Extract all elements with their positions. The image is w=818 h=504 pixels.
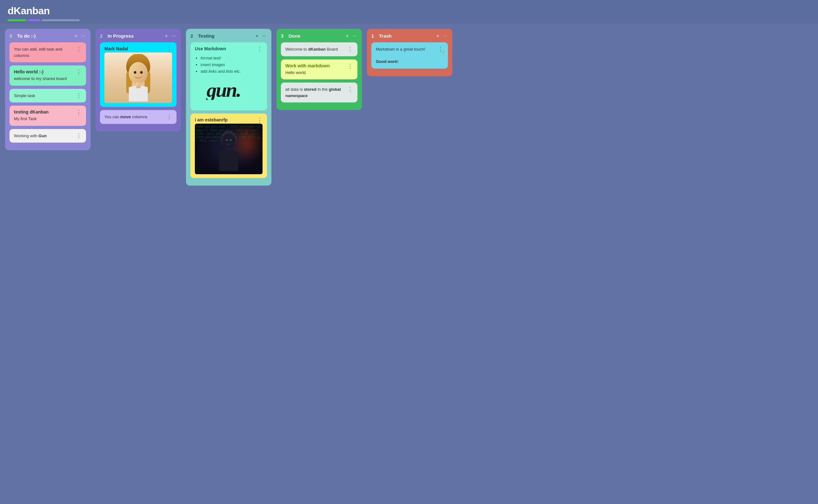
gun-logo: gun. [195,78,262,103]
app-title: dKanban [8,5,810,17]
card-todo-4-header: testing dKanban My first Task ⋮ [14,109,82,122]
svg-point-9 [222,133,236,149]
column-inprogress-count: 2 [100,33,106,39]
card-todo-3-body: Simple task [14,93,35,99]
card-ip-2-menu-button[interactable]: ⋮ [166,114,172,120]
card-done-3-header: all data is stored in the global namespa… [285,86,353,99]
column-testing-title: Testing [198,33,253,39]
svg-point-10 [226,139,228,141]
column-inprogress-menu-button[interactable]: ··· [171,34,176,39]
card-todo-4-menu-button[interactable]: ⋮ [76,109,82,115]
card-done-2: Work with markdown Hello world ⋮ [281,59,357,80]
card-test-1-list-item-2: insert images [200,62,262,68]
card-ip-2: You can move columns ⋮ [100,110,176,124]
card-todo-2-menu-button[interactable]: ⋮ [76,69,82,75]
column-done-menu-button[interactable]: ··· [352,34,357,39]
column-done-header: 3 Done + ··· [281,33,357,39]
column-todo-count: 5 [9,33,15,39]
card-test-1-list-item-3: add links and lists etc. [200,68,262,75]
card-ip-1-menu-button[interactable]: ⋮ [166,46,172,52]
column-done-add-button[interactable]: + [345,34,349,39]
column-inprogress-title: In Progress [108,33,162,39]
card-test-1-title: Use Markdown [195,46,257,51]
card-ip-1-title: Mark Nadal [104,46,166,51]
card-test-1-list: format text! insert images add links and… [195,55,262,75]
svg-text:gun.: gun. [206,79,240,100]
progress-green [8,19,27,21]
card-todo-3-menu-button[interactable]: ⋮ [76,93,82,98]
card-todo-4-title: testing dKanban [14,109,49,114]
card-todo-3: Simple task ⋮ [9,89,86,103]
card-todo-5-menu-button[interactable]: ⋮ [76,133,82,138]
card-todo-4-title-area: testing dKanban My first Task [14,109,49,122]
trash-x-icon[interactable]: ✕ [440,62,446,70]
card-done-3: all data is stored in the global namespa… [281,83,357,102]
card-test-2-avatar: 01001 gun.get('user') 10110 .put({name:'… [195,124,262,174]
card-todo-1-body: You can add, edit task and columns [14,46,76,58]
card-done-1-menu-button[interactable]: ⋮ [347,46,353,52]
progress-gray [42,19,80,21]
column-todo-header: 5 To do :-) + ··· [9,33,86,39]
card-trash-1-body: Markdown is a great touch! Good work! [376,46,425,65]
card-ip-2-body: You can move columns [104,114,147,120]
card-todo-2: Hello world :-) welcome to my shared boa… [9,65,86,86]
column-todo-add-button[interactable]: + [74,34,78,39]
column-trash-menu-button[interactable]: ··· [443,34,448,39]
card-done-2-header: Work with markdown Hello world ⋮ [285,63,353,76]
card-todo-2-title: Hello world :-) [14,69,67,74]
column-testing-header: 2 Testing + ··· [190,33,267,39]
column-done: 3 Done + ··· Welcome to dKanban Board ⋮ … [276,29,362,110]
card-test-2-menu-button[interactable]: ⋮ [257,117,262,123]
card-trash-1-header: Markdown is a great touch! Good work! ⋮ [376,46,444,65]
column-todo-title: To do :-) [17,33,72,39]
svg-rect-6 [136,83,140,88]
card-done-2-body: Hello world [285,70,330,76]
column-inprogress-actions: + ··· [164,34,176,39]
column-trash-title: Trash [379,33,434,39]
card-todo-2-title-area: Hello world :-) welcome to my shared boa… [14,69,67,82]
trash-add-icon[interactable]: + [441,47,446,57]
column-trash-add-button[interactable]: + [436,34,440,39]
column-testing-actions: + ··· [255,34,267,39]
card-todo-4-body: My first Task [14,116,49,122]
card-todo-5: Working with Gun ⋮ [9,129,86,143]
card-done-1-header: Welcome to dKanban Board ⋮ [285,46,353,52]
column-inprogress-header: 2 In Progress + ··· [100,33,176,39]
card-todo-3-header: Simple task ⋮ [14,93,82,99]
column-testing-count: 2 [190,33,196,39]
card-done-2-menu-button[interactable]: ⋮ [347,63,353,69]
card-test-1-menu-button[interactable]: ⋮ [257,46,262,52]
card-todo-2-header: Hello world :-) welcome to my shared boa… [14,69,82,82]
column-trash-header: 1 Trash + ··· [371,33,448,39]
card-todo-4: testing dKanban My first Task ⋮ [9,106,86,126]
column-inprogress-add-button[interactable]: + [164,34,168,39]
column-todo-menu-button[interactable]: ··· [81,34,86,39]
board: 5 To do :-) + ··· You can add, edit task… [0,24,818,499]
card-test-2-header: i am estebanrfp ⋮ [195,117,262,124]
progress-bar [8,19,810,21]
column-done-actions: + ··· [345,34,357,39]
svg-point-5 [140,71,143,74]
column-testing-add-button[interactable]: + [255,34,259,39]
svg-point-11 [230,139,231,141]
card-done-1: Welcome to dKanban Board ⋮ [281,42,357,56]
svg-point-4 [134,71,136,74]
card-todo-1: You can add, edit task and columns ⋮ [9,42,86,62]
card-ip-1-header: Mark Nadal ⋮ [104,46,172,52]
card-todo-1-menu-button[interactable]: ⋮ [76,46,82,52]
header: dKanban [0,0,818,24]
card-done-3-menu-button[interactable]: ⋮ [347,86,353,92]
card-test-1: Use Markdown ⋮ format text! insert image… [190,42,267,110]
svg-point-3 [129,62,148,84]
card-test-2: i am estebanrfp ⋮ 01001 gun.get('user') … [190,114,267,178]
column-todo-actions: + ··· [74,34,86,39]
column-testing-menu-button[interactable]: ··· [261,34,267,39]
card-test-2-title: i am estebanrfp [195,117,257,122]
mark-nadal-svg [119,54,157,101]
card-done-2-content: Work with markdown Hello world [285,63,330,76]
card-todo-1-header: You can add, edit task and columns ⋮ [14,46,82,58]
card-trash-1: Markdown is a great touch! Good work! ⋮ [371,42,448,69]
card-done-3-body: all data is stored in the global namespa… [285,86,347,99]
card-ip-1: Mark Nadal ⋮ [100,42,176,107]
card-test-1-list-item-1: format text! [200,55,262,62]
